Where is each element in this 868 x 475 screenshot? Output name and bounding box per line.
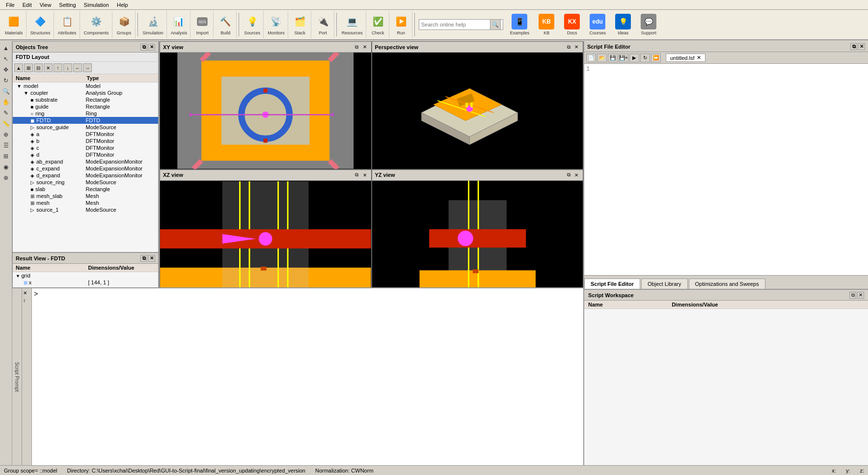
tree-row[interactable]: ⊞meshMesh	[13, 199, 158, 206]
tree-row[interactable]: ◈dDFTMonitor	[13, 151, 158, 158]
sidebar-pan-icon[interactable]: ✋	[1, 97, 11, 107]
toolbar-gds-import-btn[interactable]: GDS Import	[191, 11, 214, 38]
viewport-xy-content[interactable]	[160, 53, 371, 169]
tree-row[interactable]: ◈ab_expandModeExpansionMonitor	[13, 158, 158, 165]
viewport-xz-close-btn[interactable]: ✕	[361, 171, 368, 178]
sidebar-rotate-icon[interactable]: ↻	[1, 76, 11, 85]
toolbar-monitors-btn[interactable]: 📡 Monitors	[265, 11, 288, 38]
ideas-btn[interactable]: 💡 Ideas	[611, 12, 635, 37]
viewport-yz-close-btn[interactable]: ✕	[573, 171, 580, 178]
tree-down-btn[interactable]: ↓	[63, 63, 72, 72]
script-new-btn[interactable]: 📄	[586, 54, 596, 62]
toolbar-run-btn[interactable]: ▶️ Run	[390, 11, 412, 38]
viewport-perspective-content[interactable]	[372, 53, 583, 169]
tree-row[interactable]: ▼modelModel	[13, 83, 158, 90]
viewport-xy-close-btn[interactable]: ✕	[361, 44, 368, 51]
script-editor-float-btn[interactable]: ⧉	[850, 43, 857, 50]
toolbar-analysis-btn[interactable]: 📊 Analysis	[168, 11, 191, 38]
toolbar-check-btn[interactable]: ✅ Check	[367, 11, 389, 38]
viewport-yz-content[interactable]	[372, 181, 583, 297]
toolbar-sources-btn[interactable]: 💡 Sources	[241, 11, 264, 38]
tree-forward-btn[interactable]: →	[83, 63, 92, 72]
sidebar-move-icon[interactable]: ✥	[1, 65, 11, 75]
tree-row[interactable]: ◈bDFTMonitor	[13, 138, 158, 144]
tree-ungroup-btn[interactable]: ⊟	[34, 63, 43, 72]
result-float-btn[interactable]: ⧉	[140, 255, 147, 262]
viewport-xy-float-btn[interactable]: ⧉	[353, 44, 360, 51]
sidebar-measure-icon[interactable]: 📏	[1, 119, 11, 129]
search-button[interactable]: 🔍	[490, 19, 501, 30]
toolbar-components-btn[interactable]: ⚙️ Components	[81, 11, 112, 38]
console-content[interactable]: >	[32, 288, 583, 465]
script-open-btn[interactable]: 📂	[597, 54, 607, 62]
viewport-xz-content[interactable]	[160, 181, 371, 297]
toolbar-attributes-btn[interactable]: 📋 Attributes	[55, 11, 80, 38]
toolbar-structures-btn[interactable]: 🔷 Structures	[27, 11, 54, 38]
tab-optimizations[interactable]: Optimizations and Sweeps	[689, 279, 765, 289]
toolbar-stack-btn[interactable]: 🗂️ Stack	[289, 11, 311, 38]
search-input[interactable]	[421, 22, 490, 28]
tree-back-btn[interactable]: ←	[73, 63, 82, 72]
viewport-perspective-close-btn[interactable]: ✕	[573, 44, 580, 51]
menu-help[interactable]: Help	[113, 1, 132, 9]
script-save-btn[interactable]: 💾	[608, 54, 618, 62]
console-collapse-btn[interactable]: ↕	[23, 298, 30, 303]
sidebar-draw-icon[interactable]: ✎	[1, 108, 11, 118]
tree-up-btn[interactable]: ↑	[54, 63, 62, 72]
tree-row[interactable]: ■slabRectangle	[13, 186, 158, 193]
tree-row[interactable]: ▷source_1ModeSource	[13, 206, 158, 213]
viewport-yz-float-btn[interactable]: ⧉	[565, 171, 572, 178]
support-btn[interactable]: 💬 Support	[636, 12, 661, 37]
viewport-xz-float-btn[interactable]: ⧉	[353, 171, 360, 178]
menu-setting[interactable]: Setting	[55, 1, 80, 9]
tree-row[interactable]: ▼couplerAnalysis Group	[13, 89, 158, 96]
script-editor-close-btn[interactable]: ✕	[858, 43, 865, 50]
edu-btn[interactable]: edu Courses	[585, 12, 610, 37]
tab-object-library[interactable]: Object Library	[641, 279, 687, 289]
menu-file[interactable]: File	[2, 1, 19, 9]
workspace-close-btn[interactable]: ✕	[857, 292, 864, 299]
tree-add-btn[interactable]: ▲	[14, 63, 23, 72]
sidebar-grid-icon[interactable]: ⊞	[1, 151, 11, 161]
tree-row[interactable]: ■guideRectangle	[13, 103, 158, 110]
menu-edit[interactable]: Edit	[19, 1, 36, 9]
tree-row[interactable]: ◈c_expandModeExpansionMonitor	[13, 165, 158, 172]
toolbar-groups-btn[interactable]: 📦 Groups	[113, 11, 136, 38]
sidebar-axis-icon[interactable]: ⊕	[1, 173, 11, 183]
kx-btn[interactable]: KX Docs	[560, 12, 584, 37]
menu-simulation[interactable]: Simulation	[80, 1, 113, 9]
sidebar-snap-icon[interactable]: ⊕	[1, 130, 11, 140]
menu-view[interactable]: View	[36, 1, 55, 9]
tree-row[interactable]: ▷source_guideModeSource	[13, 124, 158, 131]
tab-script-file-editor[interactable]: Script File Editor	[584, 279, 640, 289]
tree-row[interactable]: ◈cDFTMonitor	[13, 144, 158, 151]
objects-close-btn[interactable]: ✕	[148, 44, 155, 51]
result-row[interactable]: ▼ grid	[13, 272, 158, 279]
tree-row[interactable]: ○ringRing	[13, 110, 158, 117]
workspace-float-btn[interactable]: ⧉	[849, 292, 856, 299]
sidebar-select-icon[interactable]: ▲	[1, 43, 11, 53]
tree-row[interactable]: ◼FDTDFDTD	[13, 117, 158, 124]
result-close-btn[interactable]: ✕	[148, 255, 155, 262]
script-saveas-btn[interactable]: 💾+	[619, 54, 628, 62]
tree-delete-btn[interactable]: ✕	[44, 63, 53, 72]
tree-group-btn[interactable]: ⊞	[24, 63, 33, 72]
sidebar-layers-icon[interactable]: ☰	[1, 140, 11, 150]
script-reload-btn[interactable]: ↻	[640, 54, 650, 62]
result-row[interactable]: ⊞ x[ 144, 1 ]	[13, 279, 158, 286]
toolbar-build-btn[interactable]: 🔨 Build	[215, 11, 237, 38]
toolbar-port-btn[interactable]: 🔌 Port	[312, 11, 334, 38]
kb-btn[interactable]: KB KB	[534, 12, 559, 37]
toolbar-resources-btn[interactable]: 💻 Resources	[339, 11, 366, 38]
tree-row[interactable]: ⊞mesh_slabMesh	[13, 193, 158, 199]
sidebar-arrow-icon[interactable]: ↖	[1, 54, 11, 64]
toolbar-simulation-btn[interactable]: 🔬 Simulation	[140, 11, 167, 38]
viewport-perspective-float-btn[interactable]: ⧉	[565, 44, 572, 51]
tree-row[interactable]: ◈aDFTMonitor	[13, 131, 158, 138]
tree-row[interactable]: ▷source_ringModeSource	[13, 179, 158, 186]
tree-row[interactable]: ◈d_expandModeExpansionMonitor	[13, 172, 158, 179]
objects-float-btn[interactable]: ⧉	[140, 44, 147, 51]
toolbar-materials-btn[interactable]: 🟧 Materials	[2, 11, 27, 38]
script-tab-close[interactable]: ✕	[697, 55, 701, 61]
script-editor-content[interactable]: 1	[584, 64, 868, 275]
